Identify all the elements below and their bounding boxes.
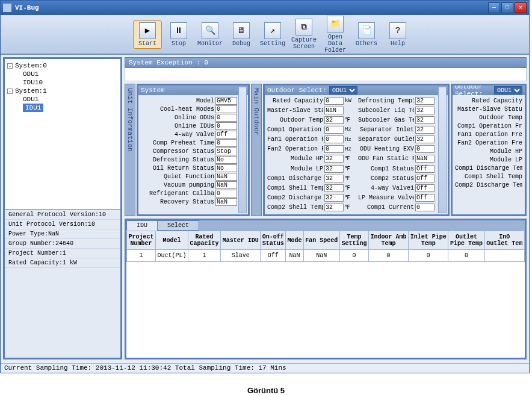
toolbar-stop-button[interactable]: ⏸Stop <box>164 21 193 48</box>
tree-system1[interactable]: System:1 <box>15 87 47 95</box>
titlebar: VI-Bug — □ ✕ <box>1 1 529 15</box>
column-header[interactable]: InOOutlet Tem <box>484 231 524 250</box>
scrollbar[interactable] <box>238 87 247 213</box>
system-row: Refrigerant Callba0 <box>141 189 246 198</box>
outdoor-row: Separator Outlet32 <box>358 135 445 144</box>
system-row: Oil Return StatusNo <box>141 164 246 172</box>
outdoor-row: Rated Capacity0kW <box>267 96 354 105</box>
figure-caption: Görüntü 5 <box>0 386 532 395</box>
system-row: Vacuum pumpingNaN <box>141 181 246 189</box>
system-row: Online ODUs0 <box>141 113 246 122</box>
info-line: Project Number:1 <box>5 249 120 258</box>
field-value: 0 <box>215 114 237 122</box>
outdoor-row: Defrosting Temp132 <box>358 96 445 105</box>
capture-screen-icon: ⧉ <box>295 19 312 36</box>
exception-list <box>125 68 527 81</box>
close-button[interactable]: ✕ <box>515 2 527 13</box>
outdoor-row: Separator Inlet32 <box>358 125 445 134</box>
field-value: 0 <box>215 139 237 147</box>
outdoor-row: Outdoor Temp32℉ <box>267 116 354 124</box>
system-panel-title: System <box>141 87 165 94</box>
vtab-unit-information[interactable]: Unit Information <box>125 84 135 216</box>
setting-icon: ↗ <box>264 22 281 39</box>
column-header[interactable]: ProjectNumber <box>127 231 156 250</box>
info-panel: General Protocol Version:10Unit Protocol… <box>5 210 120 358</box>
scrollbar[interactable] <box>438 87 447 213</box>
column-header[interactable]: On-offStatus <box>261 231 286 250</box>
column-header[interactable]: Master IDU <box>221 231 261 250</box>
column-header[interactable]: OutletPipe Temp <box>448 231 484 250</box>
collapse-icon[interactable]: - <box>7 89 13 94</box>
outdoor-row: ODU Fan Static PresNaN <box>358 155 445 163</box>
idu-grid[interactable]: ProjectNumberModelRatedCapacityMaster ID… <box>126 231 525 358</box>
outdoor2-select[interactable]: ODU1 <box>494 86 522 95</box>
table-cell: NaN <box>303 250 339 262</box>
system-tree[interactable]: -System:0 ODU1 IDU10 -System:1 ODU1 IDU1 <box>5 59 120 210</box>
table-cell: 0 <box>448 250 484 262</box>
field-label: Comp Preheat Time <box>141 140 214 146</box>
field-label: Cool-heat Modes <box>141 106 214 113</box>
column-header[interactable]: RatedCapacity <box>188 231 221 250</box>
column-header[interactable]: Model <box>155 231 188 250</box>
table-cell: 1 <box>127 250 156 262</box>
vtab-main-outdoor[interactable]: Main Outdoor <box>251 84 262 216</box>
app-icon <box>3 4 11 12</box>
info-line: Rated Capacity:1 kW <box>5 258 120 268</box>
tree-item[interactable]: IDU10 <box>7 78 118 87</box>
outdoor2-row: Fan2 Operation Fre <box>455 138 522 147</box>
table-cell: 0 <box>409 250 448 262</box>
system-row: Quiet FunctionNaN <box>141 172 246 181</box>
system-row: Defrosting StatusNo <box>141 155 246 164</box>
outdoor-row: Module LP32℉ <box>267 164 354 173</box>
tree-item[interactable]: ODU1 <box>7 70 118 78</box>
tree-item[interactable]: ODU1 <box>7 95 118 104</box>
toolbar-setting-button[interactable]: ↗Setting <box>258 21 287 48</box>
field-label: Model <box>141 98 214 104</box>
outdoor2-row: Master-Slave Statu <box>455 105 522 113</box>
info-line: Group Number:24640 <box>5 239 120 249</box>
outdoor2-row: Rated Capacity <box>455 96 522 105</box>
minimize-button[interactable]: — <box>488 2 500 13</box>
outdoor-row: Fan1 Operation Fre0Hz <box>267 135 354 144</box>
system-exception-bar: System Exception : 0 <box>125 57 527 68</box>
maximize-button[interactable]: □ <box>501 2 513 13</box>
toolbar-others-button[interactable]: 📄Others <box>352 21 381 48</box>
system-row: Recovery StatusNaN <box>141 198 246 206</box>
column-header[interactable]: Inlet PipeTemp <box>409 231 448 250</box>
field-value: Off <box>215 131 237 138</box>
info-line: Unit Protocol Version:10 <box>5 220 120 229</box>
outdoor-row: Comp2 Shell Temp32℉ <box>267 204 354 212</box>
toolbar-capture-screen-button[interactable]: ⧉CaptureScreen <box>289 17 318 51</box>
tree-system0[interactable]: System:0 <box>15 62 47 69</box>
field-value: 0 <box>215 105 237 113</box>
tab-select[interactable]: Select <box>157 220 199 231</box>
tab-idu[interactable]: IDU <box>126 220 158 231</box>
field-value: GMV5 <box>215 97 237 105</box>
toolbar-debug-button[interactable]: 🖥Debug <box>227 21 256 48</box>
toolbar-open-data-folder-button[interactable]: 📁Open DataFolder <box>321 14 350 55</box>
table-cell: Slave <box>221 250 261 262</box>
app-window: VI-Bug — □ ✕ ▶Start⏸Stop🔍Monitor🖥Debug↗S… <box>0 0 530 373</box>
tree-item-selected[interactable]: IDU1 <box>23 104 43 112</box>
column-header[interactable]: Indoor AmbTemp <box>368 231 408 250</box>
toolbar-start-button[interactable]: ▶Start <box>133 20 162 49</box>
table-cell: NaN <box>286 250 304 262</box>
field-label: Online ODUs <box>141 114 214 121</box>
field-value: 0 <box>215 190 237 198</box>
column-header[interactable]: Mode <box>286 231 304 250</box>
info-line: General Protocol Version:10 <box>5 210 120 220</box>
outdoor-row: Subcooler Liq Temp32 <box>358 106 445 114</box>
table-row[interactable]: 1Duct(PL)1SlaveOffNaNNaN0000 <box>127 250 525 262</box>
stop-icon: ⏸ <box>170 22 187 39</box>
column-header[interactable]: TempSetting <box>339 231 368 250</box>
toolbar-help-button[interactable]: ?Help <box>383 21 412 48</box>
field-label: Refrigerant Callba <box>141 190 214 197</box>
toolbar-monitor-button[interactable]: 🔍Monitor <box>196 21 224 48</box>
collapse-icon[interactable]: - <box>7 63 13 69</box>
outdoor-select[interactable]: ODU1 <box>329 86 357 95</box>
field-label: Vacuum pumping <box>141 182 214 188</box>
field-label: Online IDUs <box>141 123 214 129</box>
outdoor2-panel: Outdoor Select: ODU1 Rated CapacityMaste… <box>451 84 527 216</box>
outdoor-row: Comp1 Current0 <box>358 204 445 212</box>
column-header[interactable]: Fan Speed <box>303 231 339 250</box>
